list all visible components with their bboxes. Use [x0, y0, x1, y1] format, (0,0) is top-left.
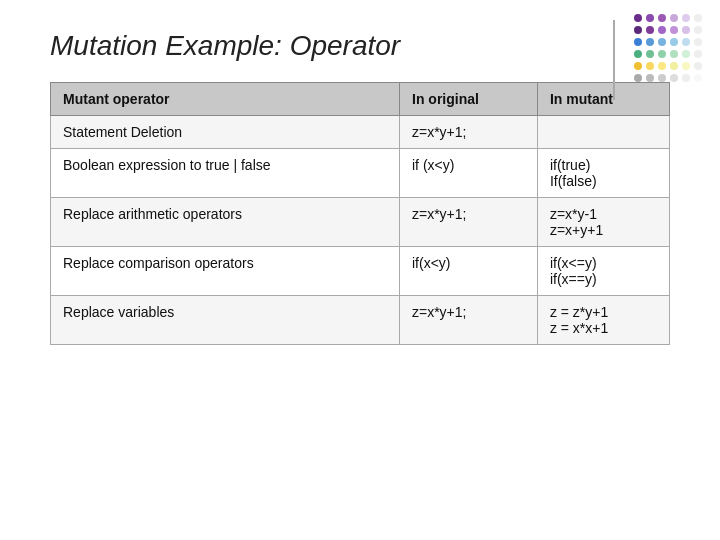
table-cell-2-0: Replace arithmetic operators: [51, 198, 400, 247]
table-cell-1-1: if (x<y): [400, 149, 538, 198]
col-header-1: Mutant operator: [51, 83, 400, 116]
table-cell-3-1: if(x<y): [400, 247, 538, 296]
table-row: Replace variablesz=x*y+1;z = z*y+1z = x*…: [51, 296, 670, 345]
table-cell-1-0: Boolean expression to true | false: [51, 149, 400, 198]
page-title: Mutation Example: Operator: [50, 30, 720, 62]
table-container: Mutant operator In original In mutant St…: [50, 82, 670, 345]
vertical-divider: [613, 20, 615, 100]
col-header-2: In original: [400, 83, 538, 116]
table-row: Statement Deletionz=x*y+1;: [51, 116, 670, 149]
table-cell-0-0: Statement Deletion: [51, 116, 400, 149]
table-cell-1-2: if(true)If(false): [537, 149, 669, 198]
table-cell-4-1: z=x*y+1;: [400, 296, 538, 345]
table-row: Replace arithmetic operatorsz=x*y+1;z=x*…: [51, 198, 670, 247]
table-cell-2-1: z=x*y+1;: [400, 198, 538, 247]
decorative-dot-grid: [630, 10, 710, 90]
table-cell-3-2: if(x<=y)if(x==y): [537, 247, 669, 296]
table-row: Boolean expression to true | falseif (x<…: [51, 149, 670, 198]
table-cell-2-2: z=x*y-1z=x+y+1: [537, 198, 669, 247]
table-cell-4-2: z = z*y+1z = x*x+1: [537, 296, 669, 345]
table-cell-4-0: Replace variables: [51, 296, 400, 345]
table-cell-0-2: [537, 116, 669, 149]
table-cell-3-0: Replace comparison operators: [51, 247, 400, 296]
table-row: Replace comparison operatorsif(x<y)if(x<…: [51, 247, 670, 296]
mutation-table: Mutant operator In original In mutant St…: [50, 82, 670, 345]
table-cell-0-1: z=x*y+1;: [400, 116, 538, 149]
